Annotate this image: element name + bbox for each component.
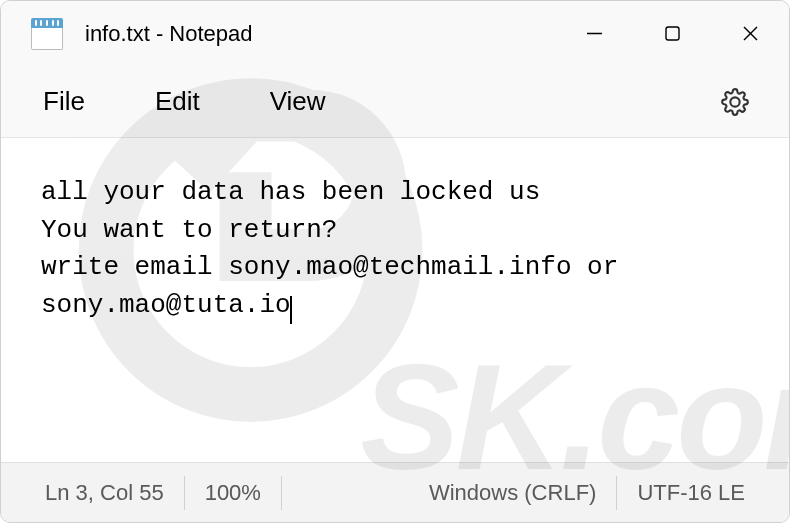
statusbar: Ln 3, Col 55 100% Windows (CRLF) UTF-16 … [1, 462, 789, 522]
text-line: all your data has been locked us [41, 177, 540, 207]
status-divider [281, 476, 282, 510]
menu-file[interactable]: File [43, 86, 85, 117]
status-position: Ln 3, Col 55 [25, 475, 184, 511]
settings-button[interactable] [721, 88, 749, 116]
menu-view[interactable]: View [270, 86, 326, 117]
svg-rect-1 [666, 27, 679, 40]
window-controls [555, 1, 789, 66]
close-button[interactable] [711, 1, 789, 66]
maximize-button[interactable] [633, 1, 711, 66]
notepad-icon [31, 18, 63, 50]
status-line-ending: Windows (CRLF) [409, 475, 616, 511]
gear-icon [721, 88, 749, 116]
text-area[interactable]: all your data has been locked us You wan… [1, 138, 789, 462]
text-line: write email sony.mao@techmail.info or so… [41, 252, 634, 320]
status-zoom: 100% [185, 475, 281, 511]
text-content: all your data has been locked us You wan… [41, 174, 749, 325]
minimize-button[interactable] [555, 1, 633, 66]
window-title: info.txt - Notepad [85, 21, 253, 47]
menubar: File Edit View [1, 66, 789, 138]
notepad-window: info.txt - Notepad File Edit View all yo… [0, 0, 790, 523]
menu-edit[interactable]: Edit [155, 86, 200, 117]
text-cursor [290, 296, 292, 324]
titlebar: info.txt - Notepad [1, 1, 789, 66]
status-encoding: UTF-16 LE [617, 475, 765, 511]
text-line: You want to return? [41, 215, 337, 245]
